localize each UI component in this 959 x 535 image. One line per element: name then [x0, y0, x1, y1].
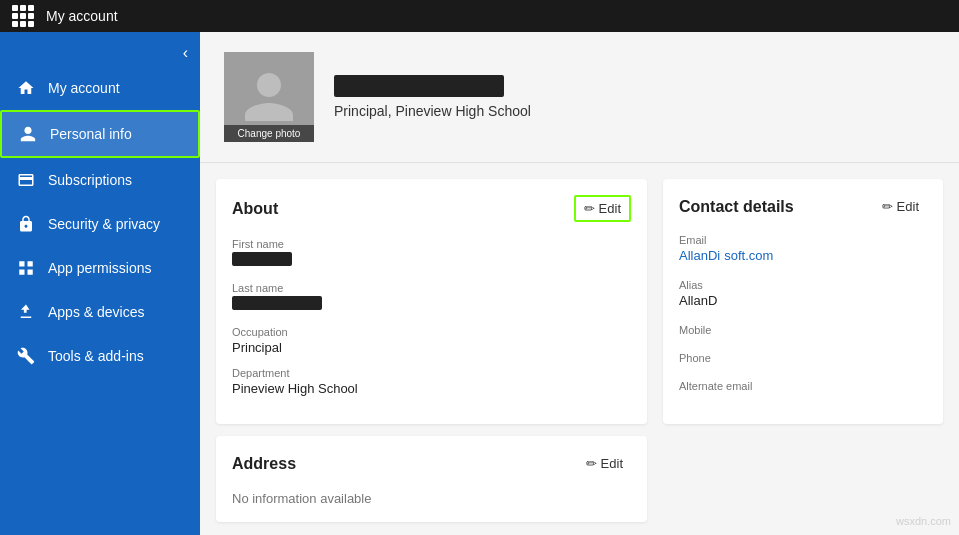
email-value-part2: soft.com — [724, 248, 773, 263]
left-column: About ✏ Edit First name — [216, 179, 647, 522]
first-name-field: First name — [232, 238, 631, 270]
change-photo-button[interactable]: Change photo — [224, 125, 314, 142]
department-field: Department Pineview High School — [232, 367, 631, 396]
contact-edit-button[interactable]: ✏ Edit — [874, 195, 927, 218]
avatar-person-icon — [239, 67, 299, 127]
sidebar-item-subscriptions[interactable]: Subscriptions — [0, 158, 200, 202]
pencil-icon: ✏ — [584, 201, 595, 216]
sidebar-label-app-permissions: App permissions — [48, 260, 152, 276]
address-edit-button[interactable]: ✏ Edit — [578, 452, 631, 475]
contact-title: Contact details — [679, 198, 794, 216]
email-value-part1: AllanDi — [679, 248, 720, 263]
contact-edit-label: Edit — [897, 199, 919, 214]
sidebar-label-tools-addins: Tools & add-ins — [48, 348, 144, 364]
card-icon — [16, 170, 36, 190]
sidebar-label-apps-devices: Apps & devices — [48, 304, 145, 320]
apps-icon[interactable] — [12, 5, 34, 27]
right-column: Contact details ✏ Edit Email AllanDi — [663, 179, 943, 522]
grid-icon — [16, 258, 36, 278]
first-name-label: First name — [232, 238, 631, 250]
about-edit-label: Edit — [599, 201, 621, 216]
about-title: About — [232, 200, 278, 218]
address-title: Address — [232, 455, 296, 473]
pencil-address-icon: ✏ — [586, 456, 597, 471]
watermark: wsxdn.com — [896, 515, 951, 527]
alias-label: Alias — [679, 279, 927, 291]
download-icon — [16, 302, 36, 322]
alias-field: Alias AllanD — [679, 279, 927, 308]
about-header: About ✏ Edit — [232, 195, 631, 222]
sidebar-label-my-account: My account — [48, 80, 120, 96]
pencil-contact-icon: ✏ — [882, 199, 893, 214]
sidebar-item-tools-addins[interactable]: Tools & add-ins — [0, 334, 200, 378]
avatar-container: Change photo — [224, 52, 314, 142]
sidebar-item-personal-info[interactable]: Personal info — [0, 110, 200, 158]
title-bar: My account — [0, 0, 959, 32]
sidebar-item-app-permissions[interactable]: App permissions — [0, 246, 200, 290]
profile-name-redacted — [334, 75, 504, 97]
about-edit-button[interactable]: ✏ Edit — [574, 195, 631, 222]
address-header: Address ✏ Edit — [232, 452, 631, 475]
email-label: Email — [679, 234, 927, 246]
app-title: My account — [46, 8, 118, 24]
collapse-button[interactable]: ‹ — [0, 40, 200, 66]
profile-title: Principal, Pineview High School — [334, 103, 531, 119]
occupation-value: Principal — [232, 340, 631, 355]
phone-field: Phone — [679, 352, 927, 364]
profile-info: Principal, Pineview High School — [334, 75, 531, 119]
sidebar-item-apps-devices[interactable]: Apps & devices — [0, 290, 200, 334]
mobile-label: Mobile — [679, 324, 927, 336]
department-label: Department — [232, 367, 631, 379]
address-card: Address ✏ Edit No information available — [216, 436, 647, 522]
first-name-value-redacted — [232, 252, 292, 266]
content-area: Change photo Principal, Pineview High Sc… — [200, 32, 959, 535]
about-card: About ✏ Edit First name — [216, 179, 647, 424]
phone-label: Phone — [679, 352, 927, 364]
email-field: Email AllanDi soft.com — [679, 234, 927, 263]
sidebar-item-my-account[interactable]: My account — [0, 66, 200, 110]
person-icon — [18, 124, 38, 144]
occupation-label: Occupation — [232, 326, 631, 338]
contact-details-card: Contact details ✏ Edit Email AllanDi — [663, 179, 943, 424]
alternate-email-label: Alternate email — [679, 380, 927, 392]
sidebar: ‹ My account Personal info — [0, 32, 200, 535]
home-icon — [16, 78, 36, 98]
address-no-info: No information available — [232, 491, 631, 506]
occupation-field: Occupation Principal — [232, 326, 631, 355]
sidebar-item-security-privacy[interactable]: Security & privacy — [0, 202, 200, 246]
sidebar-label-personal-info: Personal info — [50, 126, 132, 142]
last-name-value-redacted — [232, 296, 322, 310]
email-value-row: AllanDi soft.com — [679, 248, 927, 263]
alternate-email-field: Alternate email — [679, 380, 927, 392]
address-edit-label: Edit — [601, 456, 623, 471]
profile-header: Change photo Principal, Pineview High Sc… — [200, 32, 959, 163]
sidebar-label-subscriptions: Subscriptions — [48, 172, 132, 188]
last-name-label: Last name — [232, 282, 631, 294]
department-value: Pineview High School — [232, 381, 631, 396]
mobile-field: Mobile — [679, 324, 927, 336]
alias-value: AllanD — [679, 293, 927, 308]
contact-header: Contact details ✏ Edit — [679, 195, 927, 218]
lock-icon — [16, 214, 36, 234]
last-name-field: Last name — [232, 282, 631, 314]
sidebar-label-security: Security & privacy — [48, 216, 160, 232]
wrench-icon — [16, 346, 36, 366]
